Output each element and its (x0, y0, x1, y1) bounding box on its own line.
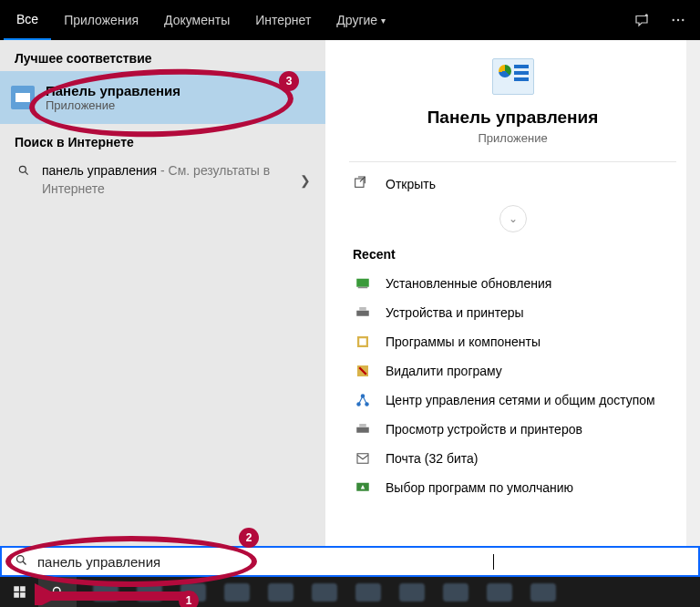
feedback-icon[interactable] (623, 2, 660, 38)
text-caret (493, 554, 494, 570)
devices-printers-icon (353, 304, 373, 321)
tab-all-label: Все (16, 12, 38, 26)
svg-line-31 (59, 593, 62, 596)
recent-item[interactable]: Центр управления сетями и общим доступом (349, 386, 676, 415)
recent-item[interactable]: Программы и компоненты (349, 327, 676, 356)
tab-all[interactable]: Все (4, 0, 51, 40)
recent-label: Почта (32 бита) (386, 451, 478, 466)
chevron-right-icon: ❯ (300, 173, 311, 188)
svg-point-0 (645, 14, 648, 16)
control-panel-icon (11, 86, 35, 109)
search-box[interactable] (0, 546, 700, 577)
taskbar (0, 577, 700, 607)
uninstall-icon (353, 363, 373, 379)
taskbar-apps-blurred (77, 577, 700, 607)
tab-web[interactable]: Интернет (242, 0, 324, 40)
svg-rect-28 (14, 592, 19, 598)
recent-label: Видалити програму (386, 364, 502, 378)
recent-item[interactable]: Выбор программ по умолчанию (349, 473, 676, 502)
search-tabs: Все Приложения Документы Интернет Другие… (0, 0, 700, 40)
recent-label: Установленные обновления (386, 276, 551, 291)
expand-chevron-icon[interactable]: ⌄ (499, 205, 527, 232)
svg-point-30 (53, 588, 60, 595)
scrollbar[interactable] (686, 40, 700, 546)
svg-rect-27 (20, 586, 26, 592)
updates-icon (353, 275, 373, 292)
web-search-header: Поиск в Интернете (0, 124, 325, 155)
svg-point-4 (19, 166, 26, 172)
recent-label: Просмотр устройств и принтеров (386, 422, 582, 437)
preview-pane: Панель управления Приложение Открыть ⌄ R… (325, 40, 700, 546)
svg-rect-10 (356, 311, 369, 316)
results-pane: Лучшее соответствие Панель управления Пр… (0, 40, 325, 546)
recent-item[interactable]: Устройства и принтеры (349, 298, 676, 327)
web-query-text: панель управления (42, 163, 157, 178)
preview-title: Панель управления (427, 108, 599, 128)
recent-item[interactable]: Видалити програму (349, 356, 676, 386)
tab-web-label: Интернет (255, 13, 311, 27)
tab-apps[interactable]: Приложения (51, 0, 151, 40)
recent-item[interactable]: Установленные обновления (349, 269, 676, 298)
best-match-header: Лучшее соответствие (0, 40, 325, 71)
mail-icon (353, 450, 373, 467)
start-button[interactable] (0, 577, 38, 607)
network-icon (353, 392, 373, 408)
svg-point-3 (682, 19, 684, 21)
tab-docs[interactable]: Документы (151, 0, 242, 40)
search-icon (15, 553, 28, 570)
best-match-result[interactable]: Панель управления Приложение (0, 71, 325, 124)
search-input[interactable] (37, 554, 493, 570)
open-action[interactable]: Открыть (349, 162, 676, 205)
svg-rect-29 (20, 592, 26, 598)
svg-point-1 (673, 19, 674, 21)
control-panel-large-icon (492, 58, 534, 95)
recent-item[interactable]: Почта (32 бита) (349, 444, 676, 473)
tab-more-label: Другие (336, 13, 377, 27)
svg-point-2 (677, 19, 679, 21)
recent-header: Recent (349, 242, 676, 269)
default-programs-icon (353, 479, 373, 496)
tab-docs-label: Документы (164, 13, 230, 27)
svg-rect-21 (357, 454, 368, 464)
svg-point-24 (17, 556, 25, 563)
svg-line-7 (360, 177, 365, 181)
preview-subtitle: Приложение (478, 131, 547, 145)
svg-rect-20 (359, 424, 366, 427)
svg-rect-9 (358, 287, 368, 289)
recent-label: Устройства и принтеры (386, 305, 524, 320)
recent-label: Центр управления сетями и общим доступом (386, 393, 655, 407)
svg-rect-11 (359, 307, 366, 311)
programs-icon (353, 334, 373, 350)
svg-line-5 (25, 171, 27, 174)
recent-item[interactable]: Просмотр устройств и принтеров (349, 415, 676, 444)
svg-rect-19 (356, 427, 369, 433)
taskbar-search-button[interactable] (38, 577, 77, 607)
search-icon (15, 164, 33, 177)
svg-rect-8 (356, 279, 369, 287)
web-search-result[interactable]: панель управления - См. результаты в Инт… (0, 155, 325, 205)
more-options-icon[interactable] (660, 2, 696, 38)
chevron-down-icon: ▾ (381, 15, 386, 26)
svg-rect-13 (359, 338, 366, 345)
best-match-subtitle: Приложение (46, 98, 180, 112)
view-devices-icon (353, 421, 373, 437)
open-icon (353, 175, 373, 192)
svg-rect-26 (14, 586, 19, 592)
svg-line-25 (23, 561, 26, 564)
best-match-title: Панель управления (46, 83, 180, 98)
tab-more[interactable]: Другие▾ (324, 0, 398, 40)
recent-label: Программы и компоненты (386, 334, 540, 349)
tab-apps-label: Приложения (64, 13, 139, 27)
open-label: Открыть (386, 177, 436, 191)
recent-label: Выбор программ по умолчанию (386, 480, 573, 495)
